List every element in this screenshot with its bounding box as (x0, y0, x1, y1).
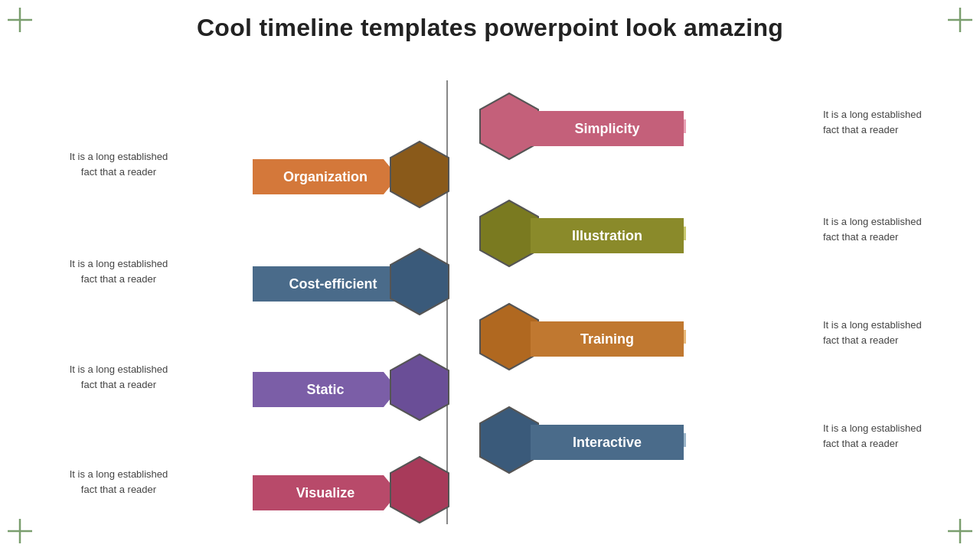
svg-marker-49 (390, 354, 449, 420)
right-label-illustration: Illustration (531, 218, 684, 253)
left-desc-visualize: It is a long established fact that a rea… (61, 467, 176, 497)
left-desc-organization: It is a long established fact that a rea… (61, 149, 176, 179)
right-desc-simplicity: It is a long established fact that a rea… (823, 107, 938, 137)
left-desc-cost: It is a long established fact that a rea… (61, 256, 176, 286)
left-label-visualize: Visualize (253, 475, 398, 510)
hex-visualize (385, 455, 454, 524)
svg-marker-40 (390, 249, 449, 315)
right-label-training: Training (531, 321, 684, 357)
page-title: Cool timeline templates powerpoint look … (0, 0, 980, 42)
main-diagram: It is a long established fact that a rea… (0, 50, 980, 549)
left-label-organization: Organization (253, 159, 398, 194)
left-desc-static: It is a long established fact that a rea… (61, 362, 176, 392)
left-label-static: Static (253, 372, 398, 407)
right-label-interactive: Interactive (531, 425, 684, 460)
right-label-simplicity: Simplicity (531, 111, 684, 146)
svg-marker-50 (480, 304, 538, 370)
hex-organization (385, 140, 454, 209)
right-desc-training: It is a long established fact that a rea… (823, 318, 938, 347)
svg-marker-57 (390, 457, 449, 523)
svg-marker-35 (480, 93, 538, 159)
right-desc-illustration: It is a long established fact that a rea… (823, 214, 938, 244)
svg-marker-25 (390, 142, 449, 207)
corner-decoration-tl (6, 6, 34, 34)
svg-marker-61 (480, 407, 538, 473)
right-desc-interactive: It is a long established fact that a rea… (823, 421, 938, 451)
hex-static (385, 353, 454, 422)
hex-cost (385, 247, 454, 316)
svg-marker-44 (480, 201, 538, 266)
corner-decoration-tr (946, 6, 974, 34)
